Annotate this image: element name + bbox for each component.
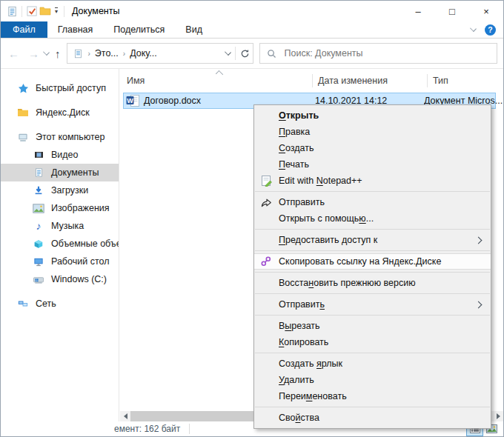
- menu-item-1[interactable]: Правка: [254, 124, 491, 140]
- window-title: Документы: [72, 6, 119, 16]
- expand-ribbon-icon[interactable]: [470, 25, 477, 32]
- menu-item-7[interactable]: Предоставить доступ к: [254, 232, 491, 248]
- menu-item-label: Свойства: [279, 413, 319, 423]
- minimize-button[interactable]: –: [401, 1, 435, 21]
- folder-icon[interactable]: [39, 4, 52, 18]
- menu-icon-spacer: [259, 412, 273, 424]
- forward-icon[interactable]: →: [28, 47, 39, 60]
- menu-item-label: Открыть: [279, 110, 319, 121]
- menu-item-3[interactable]: Печать: [254, 156, 491, 173]
- menu-separator: [255, 229, 490, 230]
- sort-ascending-icon[interactable]: [216, 70, 223, 78]
- maximize-button[interactable]: □: [435, 1, 469, 21]
- sidebar-item-cube[interactable]: Объемные объекты: [1, 235, 119, 253]
- search-icon: [267, 49, 276, 59]
- sidebar-item-label: Документы: [51, 167, 99, 178]
- menu-item-15[interactable]: Переименовать: [254, 388, 491, 404]
- svg-text:W: W: [127, 97, 133, 104]
- menu-icon-spacer: [259, 142, 273, 154]
- search-box[interactable]: [259, 43, 498, 64]
- titlebar-separator: [64, 6, 64, 17]
- tab-1[interactable]: Поделиться: [103, 21, 175, 38]
- quick-check-icon[interactable]: [25, 4, 39, 18]
- sidebar-item-document[interactable]: Документы: [1, 164, 119, 181]
- menu-icon-spacer: [259, 234, 273, 246]
- menu-item-8[interactable]: Скопировать ссылку на Яндекс.Диске: [254, 253, 491, 270]
- menu-item-9[interactable]: Восстановить прежнюю версию: [254, 275, 491, 291]
- desktop-icon: [32, 256, 45, 267]
- menu-item-2[interactable]: Создать: [254, 140, 491, 156]
- menu-item-label: Правка: [279, 127, 310, 137]
- menu-icon-spacer: [259, 320, 273, 332]
- breadcrumb-item[interactable]: Это...: [92, 48, 122, 59]
- sidebar-item-video[interactable]: Видео: [1, 146, 119, 164]
- sidebar-item-desktop[interactable]: Рабочий стол: [1, 253, 119, 270]
- sidebar-item-computer[interactable]: Этот компьютер: [1, 128, 119, 146]
- menu-item-14[interactable]: Удалить: [254, 372, 491, 388]
- menu-item-6[interactable]: Открыть с помощью...: [254, 210, 491, 227]
- back-icon[interactable]: ←: [8, 47, 19, 60]
- menu-item-label: Вырезать: [279, 321, 320, 331]
- column-divider[interactable]: [312, 74, 313, 87]
- location-document-icon: [72, 47, 85, 59]
- explorer-window: ▾ Документы – □ × Файл ГлавнаяПоделиться…: [0, 0, 504, 437]
- tab-2[interactable]: Вид: [175, 21, 213, 38]
- history-dropdown-icon[interactable]: [43, 49, 50, 56]
- menu-item-label: Копировать: [279, 337, 328, 347]
- breadcrumb-separator-icon: ›: [122, 50, 127, 58]
- menu-icon-spacer: [259, 213, 273, 224]
- menu-item-12[interactable]: Копировать: [254, 334, 491, 350]
- sidebar-item-label: Этот компьютер: [36, 132, 105, 142]
- menu-item-11[interactable]: Вырезать: [254, 318, 491, 334]
- menu-icon-spacer: [259, 336, 273, 348]
- address-bar[interactable]: ›Это...›Доку...: [67, 43, 253, 64]
- close-button[interactable]: ×: [469, 1, 503, 21]
- sidebar-item-network[interactable]: Сеть: [1, 295, 119, 313]
- tab-0[interactable]: Главная: [47, 21, 104, 38]
- column-divider[interactable]: [427, 74, 428, 87]
- sidebar-item-label: Видео: [51, 150, 79, 160]
- qat-dropdown-icon[interactable]: ▾: [55, 7, 58, 15]
- sidebar-item-label: Музыка: [51, 221, 84, 231]
- sidebar-item-label: Изображения: [51, 203, 110, 213]
- address-dropdown-icon[interactable]: [225, 49, 231, 56]
- music-icon: ♪: [32, 220, 45, 232]
- title-bar: ▾ Документы – □ ×: [1, 1, 503, 21]
- menu-separator: [255, 250, 490, 251]
- sidebar-item-pictures[interactable]: Изображения: [1, 199, 119, 217]
- cube-icon: [32, 238, 45, 250]
- scroll-right-icon[interactable]: [493, 411, 503, 421]
- help-icon[interactable]: ?: [485, 24, 496, 36]
- menu-item-5[interactable]: Отправить: [254, 194, 491, 210]
- share-icon: [259, 196, 273, 208]
- menu-item-4[interactable]: Edit with Notepad++: [254, 173, 491, 189]
- sidebar-item-yandex-folder[interactable]: Яндекс.Диск: [1, 104, 119, 121]
- sidebar-item-drive[interactable]: Windows (C:): [1, 270, 119, 288]
- sidebar-item-label: Яндекс.Диск: [36, 107, 90, 118]
- up-icon[interactable]: ↑: [55, 47, 61, 60]
- submenu-arrow-icon: [475, 301, 483, 308]
- menu-item-label: Предоставить доступ к: [279, 235, 377, 245]
- column-header-name[interactable]: Имя: [127, 76, 145, 86]
- sidebar-item-downloads[interactable]: Загрузки: [1, 181, 119, 199]
- tab-file[interactable]: Файл: [1, 21, 47, 38]
- selection-info: емент: 162 байт: [114, 424, 180, 434]
- menu-separator: [255, 191, 490, 192]
- scroll-left-icon[interactable]: [120, 411, 130, 421]
- search-input[interactable]: [283, 47, 497, 59]
- menu-separator: [255, 315, 490, 316]
- menu-item-label: Создать ярлык: [279, 358, 342, 369]
- column-header-date[interactable]: Дата изменения: [318, 76, 388, 86]
- computer-icon: [16, 131, 30, 143]
- menu-item-16[interactable]: Свойства: [254, 410, 491, 426]
- sidebar-item-music[interactable]: ♪Музыка: [1, 217, 119, 235]
- refresh-icon[interactable]: [240, 49, 250, 59]
- sidebar-item-star[interactable]: Быстрый доступ: [1, 79, 119, 97]
- menu-item-13[interactable]: Создать ярлык: [254, 356, 491, 372]
- sidebar-item-label: Рабочий стол: [51, 256, 109, 267]
- menu-item-0[interactable]: Открыть: [254, 107, 491, 124]
- column-header-type[interactable]: Тип: [433, 76, 448, 86]
- video-icon: [32, 149, 45, 161]
- menu-item-10[interactable]: Отправить: [254, 296, 491, 313]
- breadcrumb-item[interactable]: Доку...: [127, 48, 160, 59]
